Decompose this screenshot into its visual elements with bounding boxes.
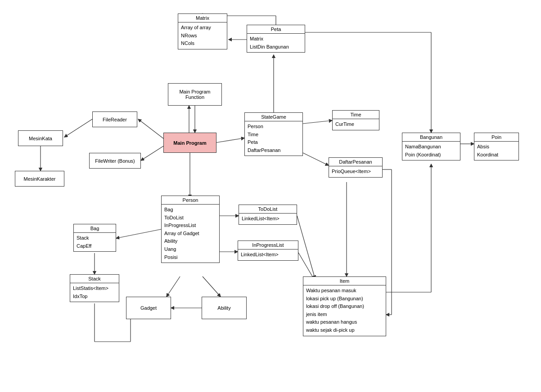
box-mesinkarakter-title: MesinKarakter bbox=[24, 176, 56, 182]
svg-line-13 bbox=[303, 120, 332, 124]
box-inprogresslist-title: InProgressList bbox=[238, 241, 298, 249]
box-ability: Ability bbox=[202, 297, 247, 319]
box-stategame: StateGame Person Time Peta DaftarPesanan bbox=[244, 112, 303, 156]
box-daftarpesanan-title: DaftarPesanan bbox=[329, 158, 382, 166]
box-item-title: Item bbox=[303, 277, 386, 285]
svg-line-16 bbox=[116, 229, 161, 238]
box-gadget-title: Gadget bbox=[140, 305, 157, 311]
box-stack-body: ListStatis<Item> IdxTop bbox=[70, 283, 119, 302]
box-stategame-body: Person Time Peta DaftarPesanan bbox=[245, 121, 302, 156]
box-daftarpesanan-body: PrioQueue<Item> bbox=[329, 166, 382, 177]
box-main-program-title: Main Program bbox=[173, 140, 206, 146]
box-ability-title: Ability bbox=[217, 305, 230, 311]
box-main-program-function-title: Main ProgramFunction bbox=[179, 89, 210, 100]
svg-line-19 bbox=[167, 276, 180, 297]
box-person: Person Bag ToDoList InProgressList Array… bbox=[161, 196, 220, 263]
box-bag-body: Stack CapEff bbox=[74, 233, 116, 251]
svg-line-22 bbox=[297, 216, 315, 279]
box-mesinkata-title: MesinKata bbox=[29, 136, 52, 141]
box-poin-title: Poin bbox=[474, 133, 518, 142]
box-person-body: Bag ToDoList InProgressList Array of Gad… bbox=[162, 205, 219, 263]
box-todolist-body: LinkedList<Item> bbox=[239, 214, 297, 224]
box-mesinkarakter: MesinKarakter bbox=[15, 171, 64, 187]
svg-line-8 bbox=[216, 138, 244, 143]
svg-line-11 bbox=[64, 119, 92, 137]
box-poin-body: Absis Koordinat bbox=[474, 142, 518, 160]
box-filereader-title: FileReader bbox=[103, 117, 127, 122]
box-person-title: Person bbox=[162, 196, 219, 205]
box-daftarpesanan: DaftarPesanan PrioQueue<Item> bbox=[329, 157, 383, 178]
box-inprogresslist-body: LinkedList<Item> bbox=[238, 249, 298, 260]
diagram-container: Matrix Array of array NRows NCols Peta M… bbox=[0, 0, 541, 392]
arrows-svg bbox=[0, 0, 541, 392]
svg-line-14 bbox=[303, 153, 329, 165]
box-filewriter: FileWriter (Bonus) bbox=[89, 153, 141, 169]
box-stack-title: Stack bbox=[70, 275, 119, 283]
box-matrix-body: Array of array NRows NCols bbox=[178, 22, 227, 49]
box-peta-title: Peta bbox=[247, 25, 305, 34]
box-bangunan: Bangunan NamaBangunan Poin (Koordinat) bbox=[402, 133, 460, 160]
box-matrix-title: Matrix bbox=[178, 14, 227, 22]
box-main-program: Main Program bbox=[163, 133, 216, 153]
box-time-body: CurTime bbox=[333, 119, 379, 130]
box-item-body: Waktu pesanan masuk lokasi pick up (Bang… bbox=[303, 285, 386, 336]
box-stack: Stack ListStatis<Item> IdxTop bbox=[70, 274, 119, 302]
svg-line-9 bbox=[138, 119, 163, 138]
box-item: Item Waktu pesanan masuk lokasi pick up … bbox=[303, 276, 386, 336]
svg-line-10 bbox=[141, 146, 163, 160]
box-time: Time CurTime bbox=[332, 110, 379, 130]
box-inprogresslist: InProgressList LinkedList<Item> bbox=[238, 241, 298, 261]
box-bangunan-body: NamaBangunan Poin (Koordinat) bbox=[402, 142, 460, 160]
box-peta: Peta Matrix ListDin Bangunan bbox=[247, 25, 305, 53]
box-todolist: ToDoList LinkedList<Item> bbox=[239, 205, 297, 225]
box-filewriter-title: FileWriter (Bonus) bbox=[95, 158, 135, 164]
box-poin: Poin Absis Koordinat bbox=[474, 133, 519, 160]
svg-line-20 bbox=[203, 276, 221, 297]
box-main-program-function: Main ProgramFunction bbox=[168, 83, 222, 106]
box-time-title: Time bbox=[333, 111, 379, 119]
box-bag: Bag Stack CapEff bbox=[73, 224, 116, 252]
box-mesinkata: MesinKata bbox=[18, 130, 63, 146]
box-bag-title: Bag bbox=[74, 224, 116, 233]
box-gadget: Gadget bbox=[126, 297, 171, 319]
box-todolist-title: ToDoList bbox=[239, 205, 297, 214]
box-matrix: Matrix Array of array NRows NCols bbox=[178, 13, 227, 49]
box-bangunan-title: Bangunan bbox=[402, 133, 460, 142]
box-stategame-title: StateGame bbox=[245, 113, 302, 121]
box-peta-body: Matrix ListDin Bangunan bbox=[247, 34, 305, 52]
box-filereader: FileReader bbox=[92, 111, 137, 127]
